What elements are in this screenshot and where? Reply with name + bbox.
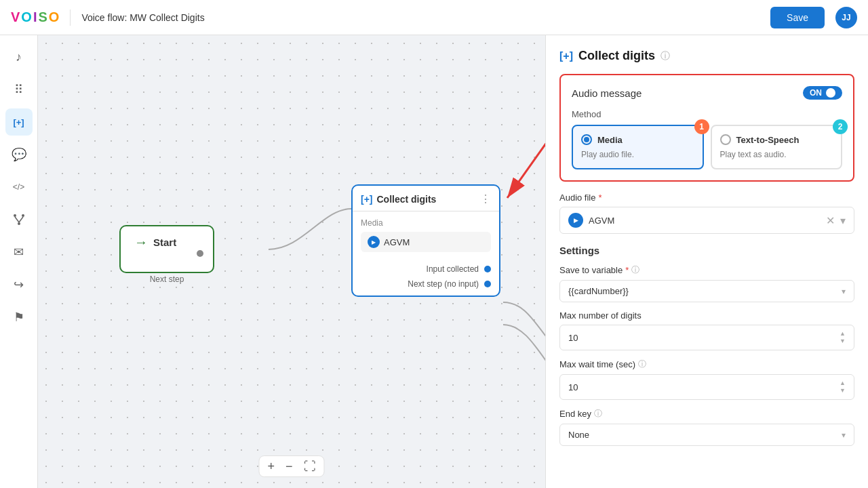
collect-node[interactable]: [+] Collect digits ⋮ Media ▶ AGVM Input … bbox=[351, 184, 500, 297]
settings-title: Settings bbox=[559, 245, 854, 256]
media-method-name: Media bbox=[597, 135, 623, 145]
audio-play-icon: ▶ bbox=[568, 213, 583, 228]
logo: VOISO bbox=[11, 9, 59, 25]
svg-line-6 bbox=[507, 95, 545, 198]
agvm-text: AGVM bbox=[384, 237, 410, 247]
start-icon: → bbox=[134, 235, 148, 250]
max-digits-label: Max number of digits bbox=[559, 310, 854, 321]
sidebar-icon-redirect[interactable]: ↪ bbox=[5, 271, 33, 298]
save-variable-select[interactable]: {{cardNumber}} ▾ bbox=[559, 280, 854, 302]
audio-file-section: Audio file * ▶ AGVM ✕ ▾ bbox=[559, 192, 854, 234]
logo-o2: O bbox=[49, 9, 60, 25]
logo-o: O bbox=[21, 9, 32, 25]
svg-point-1 bbox=[22, 214, 24, 217]
sidebar-icon-code[interactable]: </> bbox=[5, 174, 33, 201]
max-wait-label: Max wait time (sec) ⓘ bbox=[559, 359, 854, 370]
main: ♪ ⠿ [+] 💬 </> ✉ ↪ ⚑ bbox=[0, 35, 868, 488]
max-digits-down[interactable]: ▼ bbox=[840, 338, 846, 345]
logo-s: S bbox=[38, 9, 47, 25]
save-variable-value: {{cardNumber}} bbox=[568, 286, 629, 296]
audio-file-select[interactable]: ▶ AGVM ✕ ▾ bbox=[559, 207, 854, 234]
collect-node-header: [+] Collect digits ⋮ bbox=[353, 186, 499, 211]
tts-method-desc: Play text as audio. bbox=[720, 150, 787, 159]
max-digits-arrows: ▲ ▼ bbox=[840, 330, 846, 345]
panel-collect-icon: [+] bbox=[559, 50, 573, 62]
save-variable-info[interactable]: ⓘ bbox=[631, 264, 639, 276]
sidebar-icon-message[interactable]: ✉ bbox=[5, 239, 33, 266]
max-wait-input[interactable]: 10 ▲ ▼ bbox=[559, 374, 854, 400]
output-input-collected-label: Input collected bbox=[427, 264, 479, 274]
method-card-media[interactable]: Media Play audio file. 1 bbox=[572, 125, 704, 169]
panel-title: Collect digits bbox=[578, 49, 655, 63]
tts-method-num: 2 bbox=[833, 119, 848, 134]
zoom-in-button[interactable]: + bbox=[267, 460, 275, 472]
end-key-value: None bbox=[568, 430, 589, 440]
method-card-tts[interactable]: Text-to-Speech Play text as audio. 2 bbox=[711, 125, 843, 169]
max-wait-value: 10 bbox=[568, 382, 578, 392]
audio-file-required: * bbox=[598, 192, 601, 203]
canvas: → Start Next step [+] Collect digits ⋮ M… bbox=[38, 35, 545, 488]
audio-file-dropdown[interactable]: ▾ bbox=[840, 214, 846, 227]
fit-screen-button[interactable]: ⛶ bbox=[304, 460, 316, 472]
max-digits-up[interactable]: ▲ bbox=[840, 330, 846, 338]
sidebar-icon-music[interactable]: ♪ bbox=[5, 43, 33, 70]
media-radio-inner bbox=[584, 137, 589, 142]
audio-message-toggle[interactable]: ON bbox=[803, 86, 842, 100]
end-key-select[interactable]: None ▾ bbox=[559, 424, 854, 446]
output-input-collected: Input collected bbox=[361, 264, 491, 274]
agvm-play-icon: ▶ bbox=[368, 236, 380, 248]
right-panel: [+] Collect digits ⓘ Audio message ON Me… bbox=[545, 35, 868, 488]
output-next-step: Next step (no input) bbox=[361, 279, 491, 289]
max-wait-up[interactable]: ▲ bbox=[840, 380, 846, 387]
canvas-controls: + − ⛶ bbox=[258, 455, 324, 477]
save-button[interactable]: Save bbox=[770, 7, 825, 28]
avatar: JJ bbox=[835, 7, 857, 28]
start-output-dot bbox=[197, 250, 203, 257]
sidebar-icon-flag[interactable]: ⚑ bbox=[5, 304, 33, 331]
logo-v: V bbox=[11, 9, 20, 25]
panel-header: [+] Collect digits ⓘ bbox=[559, 49, 854, 63]
audio-file-actions: ✕ ▾ bbox=[826, 214, 846, 227]
sidebar-icon-bracket[interactable]: [+] bbox=[5, 108, 33, 136]
svg-line-3 bbox=[15, 217, 19, 222]
panel-info-icon[interactable]: ⓘ bbox=[660, 50, 670, 62]
audio-message-header: Audio message ON bbox=[572, 86, 842, 100]
toggle-label: ON bbox=[810, 88, 822, 98]
end-key-info[interactable]: ⓘ bbox=[594, 408, 602, 420]
output-next-step-dot bbox=[484, 281, 491, 287]
save-variable-arrow: ▾ bbox=[842, 287, 846, 296]
zoom-out-button[interactable]: − bbox=[285, 460, 293, 472]
start-node[interactable]: → Start Next step bbox=[119, 225, 214, 273]
end-key-arrow: ▾ bbox=[842, 430, 846, 440]
save-variable-field: Save to variable * ⓘ {{cardNumber}} ▾ bbox=[559, 264, 854, 302]
agvm-row: ▶ AGVM bbox=[361, 232, 491, 252]
method-label: Method bbox=[572, 109, 842, 119]
save-variable-required: * bbox=[625, 265, 629, 275]
audio-file-clear[interactable]: ✕ bbox=[826, 214, 835, 227]
audio-message-section: Audio message ON Method Media Play aud bbox=[559, 74, 854, 182]
sidebar-icon-merge[interactable] bbox=[5, 206, 33, 233]
max-digits-input[interactable]: 10 ▲ ▼ bbox=[559, 325, 854, 350]
max-wait-down[interactable]: ▼ bbox=[840, 387, 846, 394]
page-title: Voice flow: MW Collect Digits bbox=[81, 12, 204, 23]
output-input-collected-dot bbox=[484, 266, 491, 272]
max-wait-arrows: ▲ ▼ bbox=[840, 380, 846, 394]
audio-file-label: Audio file * bbox=[559, 192, 854, 203]
audio-file-name: AGVM bbox=[589, 216, 821, 226]
save-variable-label: Save to variable * ⓘ bbox=[559, 264, 854, 276]
collect-node-menu[interactable]: ⋮ bbox=[480, 192, 491, 205]
max-wait-field: Max wait time (sec) ⓘ 10 ▲ ▼ bbox=[559, 359, 854, 400]
logo-i: I bbox=[33, 9, 37, 25]
collect-node-title: Collect digits bbox=[377, 194, 437, 205]
max-wait-info[interactable]: ⓘ bbox=[638, 359, 646, 370]
media-label: Media bbox=[361, 218, 491, 228]
audio-message-label: Audio message bbox=[572, 87, 642, 99]
tts-method-name: Text-to-Speech bbox=[736, 135, 800, 145]
max-digits-value: 10 bbox=[568, 333, 578, 343]
output-next-step-label: Next step (no input) bbox=[408, 279, 479, 289]
max-digits-field: Max number of digits 10 ▲ ▼ bbox=[559, 310, 854, 350]
sidebar-icon-grid[interactable]: ⠿ bbox=[5, 76, 33, 103]
toggle-circle bbox=[826, 88, 835, 98]
sidebar-icon-chat[interactable]: 💬 bbox=[5, 141, 33, 168]
svg-point-0 bbox=[14, 214, 16, 217]
